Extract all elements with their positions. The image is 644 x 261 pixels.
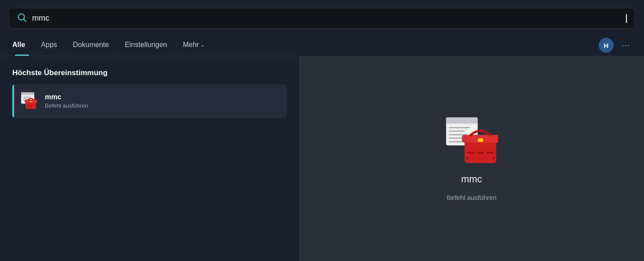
search-input-value[interactable]: mmc	[32, 14, 620, 23]
mmc-icon-small	[19, 91, 39, 111]
tab-alle[interactable]: Alle	[11, 35, 33, 56]
result-name: mmc	[45, 93, 88, 101]
tab-bar: Alle Apps Dokumente Einstellungen Mehr ⌄…	[0, 35, 644, 56]
more-button[interactable]: ···	[619, 39, 633, 52]
user-avatar[interactable]: H	[599, 38, 614, 53]
main-content: Höchste Übereinstimmung	[0, 56, 644, 261]
tab-dokumente[interactable]: Dokumente	[65, 35, 117, 56]
svg-rect-19	[449, 138, 462, 139]
result-text: mmc Befehl ausführen	[45, 93, 88, 109]
text-cursor	[626, 14, 627, 23]
app-name-large: mmc	[461, 174, 482, 185]
tab-mehr-label: Mehr	[183, 41, 199, 49]
svg-rect-14	[446, 117, 478, 123]
tab-bar-right: H ···	[599, 38, 633, 53]
svg-rect-25	[477, 152, 484, 154]
svg-point-27	[466, 157, 468, 160]
result-accent-bar	[12, 84, 14, 118]
svg-rect-23	[478, 138, 483, 142]
search-bar-container: mmc	[0, 0, 644, 35]
svg-line-1	[24, 19, 26, 22]
mmc-icon-large	[445, 116, 498, 165]
svg-rect-24	[467, 152, 474, 154]
svg-rect-10	[30, 101, 32, 102]
left-panel: Höchste Übereinstimmung	[0, 56, 299, 261]
right-panel: mmc Befehl ausführen	[299, 56, 644, 261]
svg-rect-3	[21, 92, 34, 95]
tab-apps[interactable]: Apps	[33, 35, 65, 56]
tab-mehr[interactable]: Mehr ⌄	[175, 35, 212, 56]
svg-point-28	[492, 157, 495, 160]
svg-rect-17	[449, 130, 465, 132]
result-item-mmc[interactable]: mmc Befehl ausführen	[12, 84, 287, 118]
app-subtitle-large: Befehl ausführen	[446, 194, 496, 201]
svg-rect-21	[465, 139, 496, 163]
svg-rect-5	[23, 97, 31, 98]
tab-einstellungen[interactable]: Einstellungen	[117, 35, 175, 56]
search-icon	[17, 13, 27, 24]
search-bar: mmc	[9, 8, 635, 29]
svg-rect-11	[26, 105, 29, 106]
svg-rect-16	[449, 127, 470, 128]
chevron-down-icon: ⌄	[201, 42, 205, 48]
svg-rect-26	[487, 152, 494, 154]
section-title: Höchste Übereinstimmung	[12, 69, 287, 77]
svg-rect-12	[30, 105, 33, 106]
result-subtitle: Befehl ausführen	[45, 102, 88, 109]
